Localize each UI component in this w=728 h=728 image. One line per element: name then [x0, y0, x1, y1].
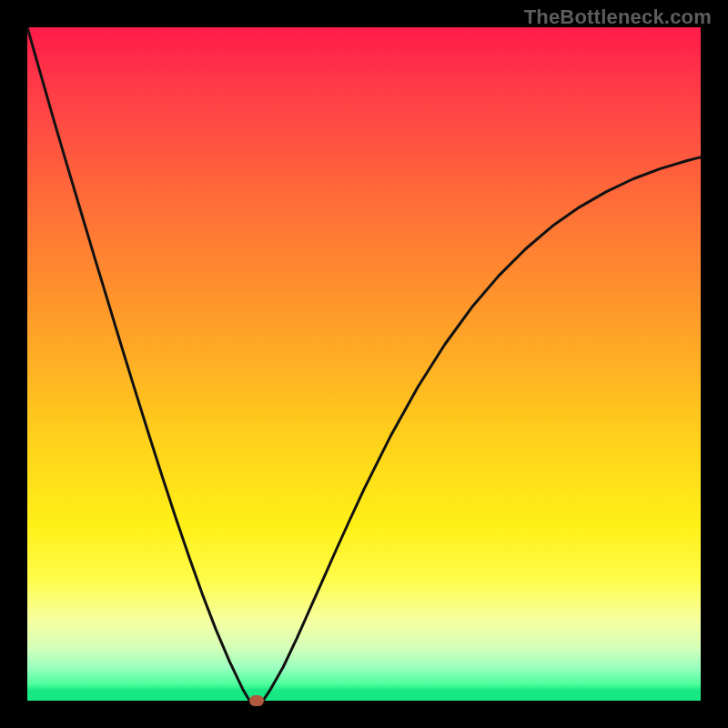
- plot-area: [27, 27, 701, 701]
- watermark-label: TheBottleneck.com: [524, 5, 712, 29]
- bottleneck-curve: [27, 27, 701, 701]
- optimal-point-marker: [249, 695, 264, 706]
- chart-frame: TheBottleneck.com: [0, 0, 728, 728]
- curve-svg: [27, 27, 701, 701]
